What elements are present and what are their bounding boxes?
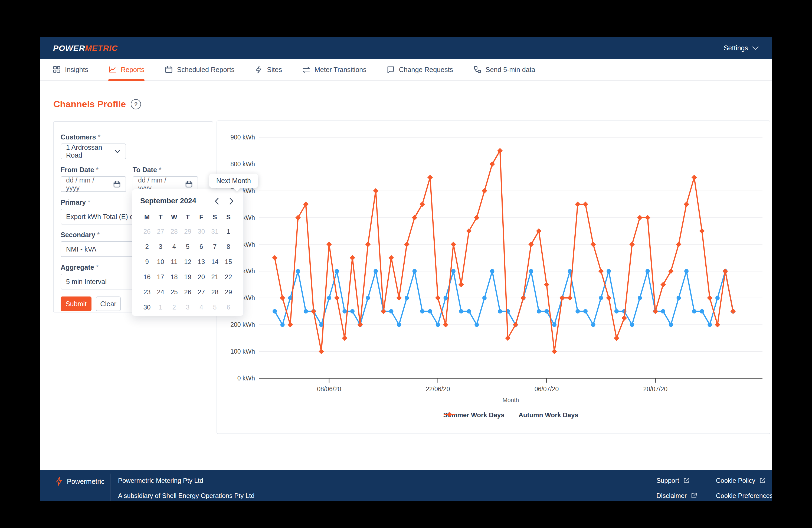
- calendar-day[interactable]: 1: [154, 303, 167, 312]
- calendar-day[interactable]: 15: [222, 257, 235, 267]
- data-point[interactable]: [536, 228, 541, 234]
- calendar-day[interactable]: 13: [194, 257, 208, 267]
- tab-scheduled-reports[interactable]: Scheduled Reports: [164, 59, 235, 81]
- data-point[interactable]: [466, 228, 472, 234]
- data-point[interactable]: [575, 201, 580, 207]
- data-point[interactable]: [467, 309, 471, 314]
- calendar-day[interactable]: 7: [208, 242, 222, 251]
- footer-link-disclaimer[interactable]: Disclaimer: [656, 492, 697, 500]
- calendar-day[interactable]: 5: [181, 242, 194, 251]
- data-point[interactable]: [607, 269, 611, 273]
- data-point[interactable]: [723, 268, 728, 274]
- data-point[interactable]: [412, 215, 417, 220]
- data-point[interactable]: [482, 296, 487, 300]
- data-point[interactable]: [373, 188, 378, 194]
- data-point[interactable]: [552, 323, 556, 327]
- data-point[interactable]: [637, 215, 642, 220]
- next-month-button[interactable]: [229, 197, 234, 205]
- data-point[interactable]: [591, 323, 595, 327]
- data-point[interactable]: [707, 295, 712, 301]
- data-point[interactable]: [451, 242, 456, 247]
- footer-link-support[interactable]: Support: [656, 477, 690, 484]
- calendar-day[interactable]: 6: [194, 242, 208, 251]
- data-point[interactable]: [436, 323, 440, 327]
- data-point[interactable]: [599, 296, 603, 300]
- calendar-day[interactable]: 14: [208, 257, 222, 267]
- calendar-day[interactable]: 3: [154, 242, 167, 251]
- tab-meter-transitions[interactable]: Meter Transitions: [302, 59, 366, 81]
- clear-button[interactable]: Clear: [96, 297, 121, 311]
- data-point[interactable]: [311, 309, 316, 314]
- tab-change-requests[interactable]: Change Requests: [387, 59, 453, 81]
- data-point[interactable]: [335, 269, 339, 273]
- calendar-day[interactable]: 24: [154, 288, 167, 297]
- data-point[interactable]: [303, 201, 308, 207]
- calendar-day[interactable]: 30: [140, 303, 154, 312]
- data-point[interactable]: [459, 309, 463, 314]
- data-point[interactable]: [374, 269, 378, 273]
- calendar-day[interactable]: 18: [167, 272, 181, 282]
- data-point[interactable]: [475, 323, 479, 327]
- data-point[interactable]: [692, 175, 697, 180]
- data-point[interactable]: [700, 309, 704, 314]
- data-point[interactable]: [428, 309, 432, 314]
- calendar-day[interactable]: 6: [222, 303, 235, 312]
- calendar-icon[interactable]: [185, 180, 193, 188]
- data-point[interactable]: [606, 295, 611, 301]
- calendar-day[interactable]: 25: [167, 288, 181, 297]
- data-point[interactable]: [497, 148, 503, 153]
- data-point[interactable]: [521, 295, 526, 301]
- calendar-day[interactable]: 9: [140, 257, 154, 267]
- data-point[interactable]: [669, 323, 673, 327]
- calendar-icon[interactable]: [113, 180, 121, 188]
- data-point[interactable]: [350, 255, 355, 260]
- calendar-day[interactable]: 17: [154, 272, 167, 282]
- data-point[interactable]: [443, 296, 448, 300]
- data-point[interactable]: [583, 309, 588, 314]
- data-point[interactable]: [505, 336, 510, 341]
- data-point[interactable]: [715, 322, 720, 327]
- data-point[interactable]: [404, 242, 409, 247]
- data-point[interactable]: [405, 296, 409, 300]
- calendar-day[interactable]: 30: [194, 227, 208, 236]
- data-point[interactable]: [529, 269, 533, 273]
- data-point[interactable]: [420, 201, 425, 207]
- data-point[interactable]: [334, 295, 340, 301]
- data-point[interactable]: [490, 161, 495, 167]
- data-point[interactable]: [280, 323, 285, 327]
- data-point[interactable]: [699, 228, 705, 234]
- legend-item-autumn-work-days[interactable]: Autumn Work Days: [519, 411, 578, 419]
- data-point[interactable]: [280, 295, 285, 301]
- data-point[interactable]: [528, 242, 534, 247]
- footer-link-cookie-policy[interactable]: Cookie Policy: [716, 477, 766, 484]
- tab-sites[interactable]: Sites: [255, 59, 282, 81]
- calendar-day[interactable]: 12: [181, 257, 194, 267]
- data-point[interactable]: [544, 282, 549, 287]
- question-circle-icon[interactable]: ?: [131, 99, 141, 110]
- tab-insights[interactable]: Insights: [53, 59, 88, 81]
- calendar-day[interactable]: 28: [167, 227, 181, 236]
- data-point[interactable]: [622, 315, 627, 321]
- calendar-day[interactable]: 10: [154, 257, 167, 267]
- calendar-day[interactable]: 31: [208, 227, 222, 236]
- calendar-day[interactable]: 29: [222, 288, 235, 297]
- data-point[interactable]: [629, 242, 635, 247]
- data-point[interactable]: [591, 242, 596, 247]
- data-point[interactable]: [327, 296, 331, 300]
- tab-send-5-min-data[interactable]: Send 5-min data: [473, 59, 535, 81]
- data-point[interactable]: [498, 309, 502, 314]
- calendar-day[interactable]: 19: [181, 272, 194, 282]
- submit-button[interactable]: Submit: [61, 297, 91, 311]
- calendar-day[interactable]: 20: [194, 272, 208, 282]
- data-point[interactable]: [288, 322, 293, 327]
- data-point[interactable]: [397, 323, 401, 327]
- calendar-day[interactable]: 5: [208, 303, 222, 312]
- data-point[interactable]: [296, 269, 300, 273]
- data-point[interactable]: [661, 309, 665, 314]
- data-point[interactable]: [715, 296, 720, 300]
- data-point[interactable]: [427, 175, 433, 180]
- data-point[interactable]: [342, 336, 347, 341]
- calendar-day[interactable]: 23: [140, 288, 154, 297]
- tab-reports[interactable]: Reports: [108, 59, 145, 81]
- calendar-day[interactable]: 16: [140, 272, 154, 282]
